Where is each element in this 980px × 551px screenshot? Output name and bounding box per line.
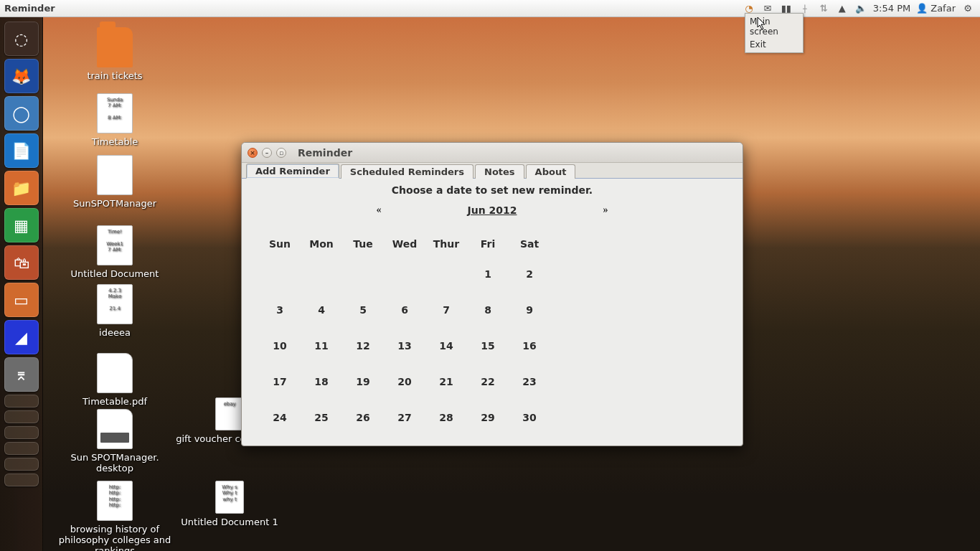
prev-month-button[interactable]: « — [377, 204, 382, 216]
month-label[interactable]: Jun 2012 — [468, 204, 517, 216]
launcher-files[interactable]: 📁 — [4, 171, 39, 205]
calc-icon: ▦ — [14, 217, 29, 235]
calendar-day[interactable]: 2 — [509, 256, 550, 292]
calendar-day[interactable]: 22 — [467, 364, 509, 400]
icon-label: Sun SPOTManager. desktop — [57, 452, 172, 474]
calendar-day[interactable]: 4 — [301, 292, 342, 328]
calendar-day[interactable]: 1 — [467, 256, 509, 292]
desktop-icon-untitled-doc[interactable]: Time!Week17 AM: Untitled Document — [57, 225, 172, 279]
icon-label: Untitled Document — [57, 268, 172, 279]
calendar-day[interactable]: 23 — [509, 364, 550, 400]
calendar-day[interactable]: 26 — [342, 400, 384, 435]
desktop-icon-timetable[interactable]: Sunda7 AM:8 AM: Timetable — [57, 93, 172, 147]
tab-add-reminder[interactable]: Add Reminder — [246, 164, 339, 179]
launcher-calc[interactable]: ▦ — [4, 208, 39, 242]
calendar-day[interactable]: 21 — [425, 364, 467, 400]
user-icon: 👤 — [916, 3, 928, 14]
tab-about[interactable]: About — [526, 164, 576, 179]
calendar-day[interactable]: 17 — [259, 364, 301, 400]
calendar-day[interactable]: 29 — [467, 400, 509, 435]
calendar-day[interactable]: 10 — [259, 328, 301, 364]
menu-item-exit[interactable]: Exit — [745, 38, 803, 51]
chromium-icon: ◯ — [12, 105, 30, 123]
desktop-icon-sunspot[interactable]: SunSPOTManager — [57, 155, 172, 209]
calendar-day[interactable]: 14 — [425, 328, 467, 364]
launcher: ◌🦊◯📄📁▦🛍▭◢⌆ — [0, 17, 43, 551]
launcher-dash[interactable]: ◌ — [4, 22, 39, 56]
calendar-day[interactable]: 9 — [509, 292, 550, 328]
clock[interactable]: 3:54 PM — [873, 3, 910, 14]
pdf-file-icon — [97, 353, 133, 393]
calendar-day[interactable]: 13 — [384, 328, 425, 364]
desktop-file-icon — [97, 409, 133, 449]
icon-label: browsing history of philosophy colleges … — [57, 524, 172, 551]
writer-icon: 📄 — [11, 142, 31, 160]
tab-scheduled[interactable]: Scheduled Reminders — [341, 164, 473, 179]
desktop-icon-untitled-doc-1[interactable]: Why sWhy twhy t Untitled Document 1 — [172, 481, 287, 527]
text-file-icon: Why sWhy twhy t — [215, 481, 244, 514]
dash-icon: ◌ — [14, 30, 28, 48]
desktop-icon-timetable-pdf[interactable]: Timetable.pdf — [57, 353, 172, 407]
calendar-day[interactable]: 11 — [301, 328, 342, 364]
calendar-empty — [384, 256, 425, 292]
text-file-icon: 4.2.3Make21.4 — [97, 284, 133, 324]
dow-sat: Sat — [509, 232, 550, 256]
tab-notes[interactable]: Notes — [475, 164, 524, 179]
text-file-icon: Sunda7 AM:8 AM: — [97, 93, 133, 133]
launcher-scanner[interactable]: ⌆ — [4, 357, 39, 392]
desktop-icon-train-tickets[interactable]: train tickets — [57, 27, 172, 81]
desktop-icon-sunspot-desktop[interactable]: Sun SPOTManager. desktop — [57, 409, 172, 474]
calendar-day[interactable]: 5 — [342, 292, 384, 328]
calendar-day[interactable]: 24 — [259, 400, 301, 435]
window-maximize-button[interactable]: ▫ — [276, 148, 286, 158]
calendar-day[interactable]: 20 — [384, 364, 425, 400]
volume-icon[interactable]: 🔈 — [854, 2, 867, 15]
calendar-day[interactable]: 28 — [425, 400, 467, 435]
launcher-folded[interactable] — [4, 395, 39, 408]
dow-fri: Fri — [467, 232, 509, 256]
calendar-day[interactable]: 19 — [342, 364, 384, 400]
launcher-firefox[interactable]: 🦊 — [4, 59, 39, 93]
next-month-button[interactable]: » — [603, 204, 608, 216]
tabstrip: Add Reminder Scheduled Reminders Notes A… — [242, 163, 743, 179]
desktop-icon-browsing-history[interactable]: http:http:http:http: browsing history of… — [57, 481, 172, 551]
calendar-day[interactable]: 6 — [384, 292, 425, 328]
dow-wed: Wed — [384, 232, 425, 256]
calendar-day[interactable]: 12 — [342, 328, 384, 364]
launcher-software[interactable]: 🛍 — [4, 245, 39, 280]
calendar-day[interactable]: 7 — [425, 292, 467, 328]
launcher-folded[interactable] — [4, 474, 39, 486]
text-file-icon: ebay — [215, 397, 244, 430]
calendar-day[interactable]: 16 — [509, 328, 550, 364]
window-minimize-button[interactable]: – — [262, 148, 272, 158]
system-gear-icon[interactable]: ⚙ — [961, 2, 974, 15]
dow-sun: Sun — [259, 232, 301, 256]
calendar-day[interactable]: 15 — [467, 328, 509, 364]
wifi-icon[interactable]: ▲ — [836, 2, 849, 15]
launcher-folded[interactable] — [4, 410, 39, 423]
calendar-day[interactable]: 27 — [384, 400, 425, 435]
launcher-writer[interactable]: 📄 — [4, 133, 39, 168]
calendar-day[interactable]: 18 — [301, 364, 342, 400]
launcher-impress[interactable]: ▭ — [4, 283, 39, 317]
network-icon[interactable]: ⇅ — [817, 2, 830, 15]
menu-item-main-screen[interactable]: Main screen — [745, 15, 803, 38]
launcher-ide[interactable]: ◢ — [4, 320, 39, 354]
icon-label: Untitled Document 1 — [172, 517, 287, 527]
user-menu[interactable]: 👤 Zafar — [916, 3, 956, 14]
launcher-folded[interactable] — [4, 442, 39, 455]
calendar-day[interactable]: 25 — [301, 400, 342, 435]
prompt-text: Choose a date to set new reminder. — [255, 184, 730, 196]
user-name: Zafar — [930, 3, 956, 14]
launcher-folded[interactable] — [4, 458, 39, 471]
calendar-day[interactable]: 3 — [259, 292, 301, 328]
calendar-day[interactable]: 8 — [467, 292, 509, 328]
desktop-icon-ideeea[interactable]: 4.2.3Make21.4 ideeea — [57, 284, 172, 338]
calendar-day[interactable]: 30 — [509, 400, 550, 435]
window-titlebar[interactable]: × – ▫ Reminder — [242, 143, 743, 163]
window-close-button[interactable]: × — [248, 148, 258, 158]
calendar-empty — [301, 256, 342, 292]
launcher-folded[interactable] — [4, 426, 39, 439]
files-icon: 📁 — [11, 179, 31, 197]
launcher-chromium[interactable]: ◯ — [4, 96, 39, 131]
